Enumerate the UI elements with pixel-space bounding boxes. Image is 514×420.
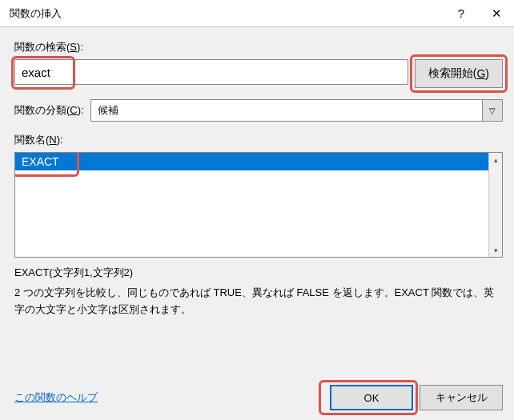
dialog-footer: この関数のヘルプ OK キャンセル — [14, 375, 503, 420]
cancel-button[interactable]: キャンセル — [420, 385, 503, 410]
function-syntax: EXACT(文字列1,文字列2) — [14, 266, 503, 280]
search-go-wrap: 検索開始(G) — [415, 59, 503, 88]
search-input[interactable] — [14, 59, 408, 85]
close-button[interactable]: ✕ — [479, 0, 514, 27]
function-listbox[interactable]: EXACT ▴ ▾ — [14, 152, 503, 258]
list-item[interactable]: EXACT — [15, 153, 502, 170]
help-link[interactable]: この関数のヘルプ — [14, 390, 98, 405]
ok-wrap: OK — [323, 385, 413, 410]
scroll-down-icon[interactable]: ▾ — [489, 243, 502, 257]
search-row: 検索開始(G) — [14, 59, 503, 88]
search-go-button[interactable]: 検索開始(G) — [415, 59, 503, 88]
category-select[interactable]: 候補 ▽ — [90, 99, 503, 122]
search-label: 関数の検索(S): — [14, 40, 503, 54]
category-select-value: 候補 — [90, 99, 482, 122]
function-listbox-wrap: EXACT ▴ ▾ — [14, 152, 503, 258]
category-row: 関数の分類(C): 候補 ▽ — [14, 99, 503, 122]
function-description: 2 つの文字列を比較し、同じものであれば TRUE、異なれば FALSE を返し… — [14, 285, 503, 318]
ok-button[interactable]: OK — [330, 385, 413, 410]
scrollbar[interactable]: ▴ ▾ — [488, 153, 502, 257]
help-button[interactable]: ? — [444, 0, 479, 27]
window-title: 関数の挿入 — [10, 6, 444, 21]
category-label: 関数の分類(C): — [14, 103, 84, 118]
titlebar: 関数の挿入 ? ✕ — [0, 0, 514, 27]
dialog-content: 関数の検索(S): 検索開始(G) 関数の分類(C): 候補 ▽ 関数名(N):… — [0, 27, 514, 420]
search-input-wrap — [14, 59, 408, 85]
chevron-down-icon[interactable]: ▽ — [482, 99, 503, 122]
function-list-label: 関数名(N): — [14, 133, 503, 147]
scroll-up-icon[interactable]: ▴ — [489, 153, 502, 166]
